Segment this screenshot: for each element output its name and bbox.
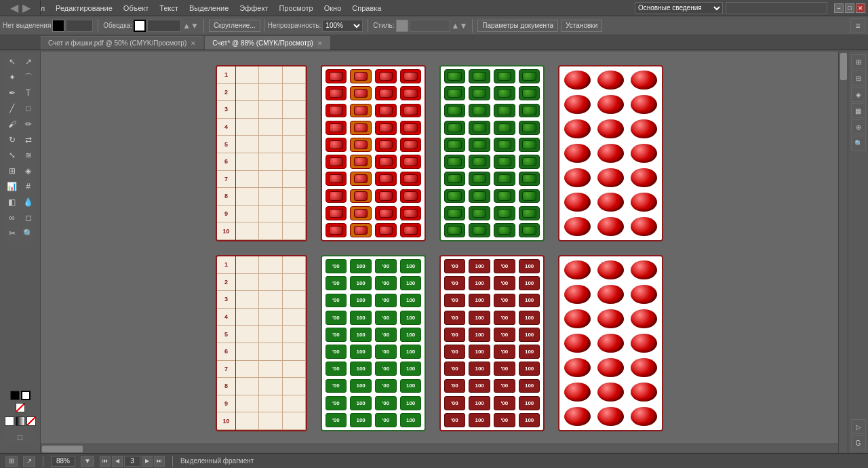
panel-btn-bottom2[interactable]: G [851,435,866,450]
scroll-thumb-horizontal[interactable] [42,446,83,452]
first-page-button[interactable]: ⏮ [100,456,111,467]
none-swatch[interactable] [16,403,25,412]
opacity-select[interactable]: 100% [322,20,363,32]
scissors-tool[interactable]: ✂ [5,226,20,241]
tab1-close[interactable]: ✕ [191,40,196,47]
menu-object[interactable]: Объект [118,3,154,14]
canvas-content: 1 2 3 4 5 6 7 8 9 10 [41,52,838,445]
menu-window[interactable]: Окно [319,3,347,14]
gem-sheet-2 [558,255,663,431]
type-tool[interactable]: T [21,85,36,100]
stroke-input[interactable] [147,20,181,32]
eraser-tool[interactable]: ◻ [21,210,36,225]
menu-edit[interactable]: Редактирование [50,3,118,14]
row-num-3: 3 [217,101,235,119]
select-tool[interactable]: ↖ [5,54,20,69]
panel-btn-1[interactable]: ⊞ [851,54,866,69]
paintbrush-tool[interactable]: 🖌 [5,117,20,132]
free-transform-tool[interactable]: ⊞ [5,163,20,178]
shape-tool[interactable]: □ [21,101,36,116]
none-mode-swatch[interactable] [26,416,36,426]
number-sheet-red-1: '00100'00100'00100'00100'00100'00100'001… [439,255,545,431]
lasso-tool[interactable]: ⌒ [21,70,36,85]
tab-bar: ◀ ▶ Счет и фишки.pdf @ 50% (CMYK/Просмот… [0,35,868,50]
fill-input[interactable] [66,20,93,32]
menu-help[interactable]: Справка [347,3,387,14]
style-swatch[interactable] [396,20,408,32]
menu-text[interactable]: Текст [154,3,184,14]
tab2-close[interactable]: ✕ [317,40,323,47]
setup-button[interactable]: Установки [561,20,602,32]
token-sheet-green-1 [439,65,545,241]
status-btn-2[interactable]: ↗ [23,456,35,467]
page-input[interactable] [124,456,140,467]
menu-effect[interactable]: Эффект [234,3,273,14]
fill-swatch[interactable] [10,391,20,400]
panel-btn-6[interactable]: 🔍 [851,136,866,151]
reflect-tool[interactable]: ⇄ [21,132,36,147]
zoom-tool[interactable]: 🔍 [21,226,36,241]
gradient-swatch[interactable] [16,416,25,426]
rounding-button[interactable]: Скругление... [209,20,260,32]
stroke-label: Обводка: [103,22,132,29]
pen-tool[interactable]: ✒ [5,85,20,100]
menu-view[interactable]: Просмотр [273,3,318,14]
next-page-button[interactable]: ▶ [142,456,153,467]
doc-params-button[interactable]: Параметры документа [477,20,558,32]
restore-button[interactable]: □ [845,3,854,13]
fill-color-swatch[interactable] [52,20,64,32]
last-page-button[interactable]: ⏭ [154,456,165,467]
menu-select[interactable]: Выделение [184,3,234,14]
score-sheet-1: 1 2 3 4 5 6 7 8 9 10 [216,65,307,241]
line-tool[interactable]: ╱ [5,101,20,116]
scroll-right-tab[interactable]: ▶ [22,1,31,14]
stroke-swatch[interactable] [21,391,31,400]
blend-tool[interactable]: ∞ [5,210,20,225]
minimize-button[interactable]: − [834,3,844,13]
panel-btn-2[interactable]: ⊟ [851,71,866,85]
panel-toggle-button[interactable]: ≡ [850,18,865,33]
scroll-left-tab[interactable]: ◀ [10,1,18,14]
search-input[interactable] [726,2,827,14]
mesh-tool[interactable]: # [21,179,36,194]
tab-file1[interactable]: Счет и фишки.pdf @ 50% (CMYK/Просмотр) ✕ [41,36,203,50]
row-num-7: 7 [217,171,235,189]
left-toolbar: ↖ ↗ ✦ ⌒ ✒ T ╱ □ 🖌 ✏ ↻ ⇄ ⤡ ≋ ⊞ ◈ 📊 # ◧ 💧 … [0,52,41,453]
panel-btn-bottom[interactable]: ▷ [851,419,866,434]
opacity-label: Непрозрачность: [268,22,321,29]
canvas-area: 1 2 3 4 5 6 7 8 9 10 [41,52,838,453]
pencil-tool[interactable]: ✏ [21,117,36,132]
scroll-thumb-vertical[interactable] [840,53,847,80]
gradient-tool[interactable]: ◧ [5,195,20,210]
tab-file2[interactable]: Счет* @ 88% (CMYK/Просмотр) ✕ [205,36,330,50]
score-sheet-2: 1 2 3 4 5 6 7 8 9 10 [216,255,307,431]
prev-page-button[interactable]: ◀ [112,456,123,467]
color-mode-swatch[interactable] [5,416,14,426]
row-num-4: 4 [217,119,235,136]
stroke-color-swatch[interactable] [134,20,146,32]
direct-select-tool[interactable]: ↗ [21,54,36,69]
panel-btn-4[interactable]: ▦ [851,103,866,118]
graph-tool[interactable]: 📊 [5,179,20,194]
panel-btn-3[interactable]: ◈ [851,87,866,102]
status-bar: ⊞ ↗ ▼ ⏮ ◀ ▶ ⏭ Выделенный фрагмент [0,453,868,468]
warp-tool[interactable]: ≋ [21,148,36,163]
scale-tool[interactable]: ⤡ [5,148,20,163]
status-text: Выделенный фрагмент [180,457,254,465]
tab1-label: Счет и фишки.pdf @ 50% (CMYK/Просмотр) [48,39,186,47]
eyedropper-tool[interactable]: 💧 [21,195,36,210]
row-num-6: 6 [217,153,235,171]
zoom-input[interactable] [51,456,75,467]
rotate-tool[interactable]: ↻ [5,132,20,147]
change-screen-mode-button[interactable]: □ [5,430,35,445]
panel-btn-5[interactable]: ⊕ [851,119,866,134]
close-button[interactable]: ✕ [856,3,865,13]
vertical-scrollbar[interactable] [838,52,848,453]
magic-wand-tool[interactable]: ✦ [5,70,20,85]
row-num-1: 1 [217,66,235,84]
horizontal-scrollbar[interactable] [41,444,838,453]
workspace-select[interactable]: Основные сведения [635,2,723,14]
status-btn-1[interactable]: ⊞ [5,456,18,467]
zoom-dropdown[interactable]: ▼ [81,456,94,467]
symbol-tool[interactable]: ◈ [21,163,36,178]
